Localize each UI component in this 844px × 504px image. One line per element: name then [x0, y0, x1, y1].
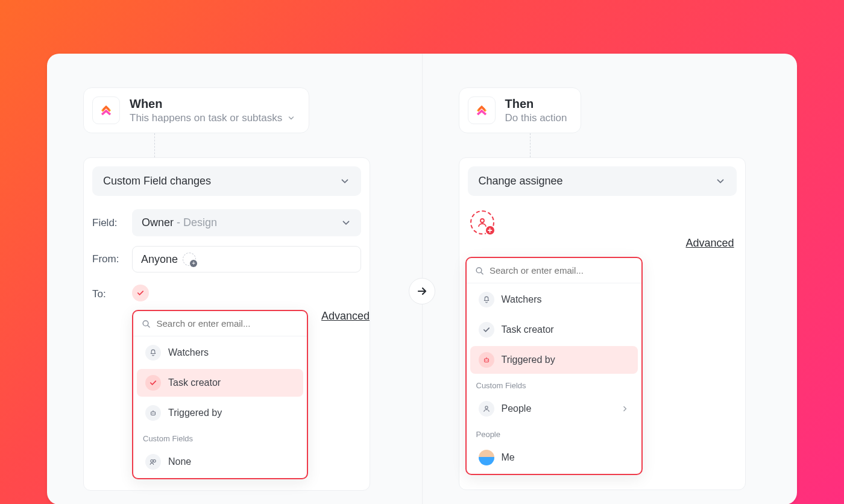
automation-card: When This happens on task or subtasks Cu… — [47, 54, 797, 504]
from-row: From: Anyone — [84, 241, 370, 277]
flow-arrow — [409, 278, 435, 304]
popover-item-people[interactable]: People — [470, 395, 638, 423]
svg-point-3 — [154, 413, 154, 414]
then-popover-wrap: Watchers Task creator Triggered by Custo… — [459, 250, 745, 479]
popover-item-label: People — [502, 403, 532, 414]
chevron-down-icon — [341, 218, 351, 228]
assignee-row: + Advanced — [459, 204, 745, 250]
svg-point-2 — [152, 413, 153, 414]
popover-item-label: Triggered by — [168, 408, 222, 418]
popover-item-me[interactable]: Me — [470, 444, 638, 471]
clickup-logo — [92, 96, 120, 124]
advanced-link[interactable]: Advanced — [321, 310, 370, 323]
to-selected-chip[interactable] — [132, 285, 149, 301]
popover-item-watchers[interactable]: Watchers — [470, 286, 638, 313]
check-icon — [479, 322, 494, 338]
when-title: When — [130, 97, 295, 111]
robot-icon — [145, 405, 161, 421]
search-input[interactable] — [490, 265, 633, 276]
popover-item-label: Task creator — [168, 377, 221, 388]
popover-item-task-creator[interactable]: Task creator — [137, 369, 303, 397]
clickup-icon — [98, 102, 114, 118]
action-label: Change assignee — [479, 175, 563, 187]
bell-icon — [145, 345, 161, 361]
popover-search[interactable] — [467, 258, 641, 283]
svg-point-4 — [151, 460, 153, 462]
svg-rect-1 — [151, 412, 156, 415]
assignee-popover: Watchers Task creator Triggered by Custo… — [465, 257, 643, 475]
svg-point-11 — [485, 406, 487, 409]
field-value: Owner - Design — [142, 216, 217, 229]
trigger-label: Custom Field changes — [103, 175, 211, 187]
field-label: Field: — [92, 217, 132, 229]
svg-point-9 — [485, 360, 485, 361]
bell-icon — [479, 292, 494, 307]
chevron-down-icon — [715, 176, 726, 187]
popover-item-label: Watchers — [502, 294, 542, 305]
chevron-down-icon — [287, 114, 295, 122]
popover-item-triggered-by[interactable]: Triggered by — [137, 399, 303, 427]
popover-item-triggered-by[interactable]: Triggered by — [470, 346, 638, 374]
then-subtitle: Do this action — [505, 112, 567, 124]
popover-item-label: Task creator — [502, 324, 554, 335]
then-header-text: Then Do this action — [505, 97, 567, 124]
svg-point-0 — [143, 320, 148, 326]
then-pane: Then Do this action Change assignee + Ad… — [423, 54, 798, 504]
popover-section-custom: Custom Fields — [467, 376, 641, 392]
search-input[interactable] — [157, 318, 298, 329]
svg-rect-8 — [484, 359, 488, 362]
popover-section-custom: Custom Fields — [133, 429, 307, 446]
robot-icon — [479, 352, 494, 368]
advanced-link[interactable]: Advanced — [685, 237, 734, 250]
from-input[interactable]: Anyone — [132, 246, 361, 272]
avatar — [479, 450, 494, 465]
popover-section-people: People — [467, 425, 641, 441]
svg-point-10 — [487, 360, 487, 361]
svg-point-5 — [153, 460, 156, 462]
when-header[interactable]: When This happens on task or subtasks — [83, 87, 309, 133]
clickup-logo — [468, 96, 496, 124]
arrow-right-icon — [416, 285, 428, 297]
chevron-right-icon — [621, 405, 629, 413]
connector-line — [154, 133, 155, 157]
svg-point-7 — [476, 267, 482, 272]
svg-point-6 — [480, 219, 484, 222]
chevron-down-icon — [339, 176, 350, 187]
person-icon — [479, 401, 494, 417]
to-popover-row: Watchers Task creator Triggered by Custo… — [84, 306, 370, 479]
when-header-text: When This happens on task or subtasks — [130, 97, 295, 124]
from-value: Anyone — [141, 253, 178, 266]
action-select[interactable]: Change assignee — [468, 166, 737, 196]
popover-item-task-creator[interactable]: Task creator — [470, 316, 638, 344]
check-icon — [145, 375, 161, 391]
from-label: From: — [92, 253, 132, 265]
when-subtitle-row[interactable]: This happens on task or subtasks — [130, 112, 295, 124]
popover-item-label: Me — [502, 452, 515, 463]
assignee-picker[interactable]: + — [470, 210, 494, 235]
popover-item-label: Watchers — [168, 347, 209, 358]
to-label: To: — [92, 288, 132, 300]
when-panel: Custom Field changes Field: Owner - Desi… — [83, 157, 370, 491]
popover-item-watchers[interactable]: Watchers — [137, 339, 303, 367]
check-icon — [136, 289, 145, 297]
then-header: Then Do this action — [459, 87, 581, 133]
connector-line — [530, 133, 531, 157]
when-pane: When This happens on task or subtasks Cu… — [47, 54, 422, 504]
field-row: Field: Owner - Design — [84, 204, 370, 241]
search-icon — [475, 266, 484, 276]
to-popover: Watchers Task creator Triggered by Custo… — [132, 310, 308, 479]
field-select[interactable]: Owner - Design — [132, 209, 361, 236]
popover-item-none[interactable]: None — [137, 448, 303, 476]
when-subtitle: This happens on task or subtasks — [130, 112, 282, 124]
people-icon — [145, 454, 161, 470]
popover-item-label: Triggered by — [502, 354, 555, 365]
then-panel: Change assignee + Advanced — [459, 157, 746, 490]
to-row: To: — [84, 277, 370, 306]
popover-item-label: None — [168, 456, 191, 467]
search-icon — [142, 319, 151, 329]
then-title: Then — [505, 97, 567, 111]
popover-search[interactable] — [133, 311, 307, 336]
trigger-select[interactable]: Custom Field changes — [92, 166, 361, 196]
plus-icon: + — [485, 225, 496, 236]
clickup-icon — [474, 102, 490, 118]
